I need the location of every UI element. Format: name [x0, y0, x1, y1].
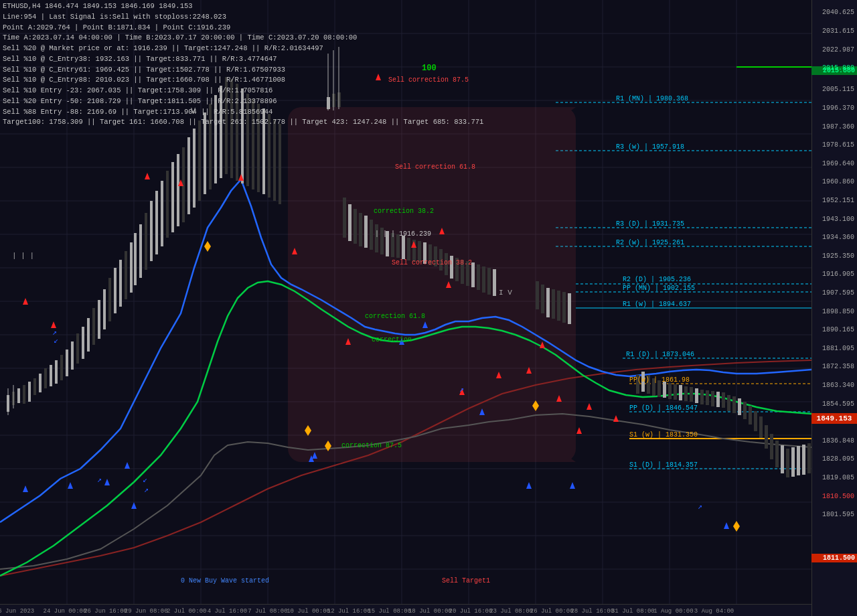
- label-pp-mn: PP (MN) | 1902.155: [623, 285, 695, 292]
- label-corr-61: correction 61.8: [365, 313, 425, 320]
- time-tick: 24 Jun 00:00: [44, 608, 87, 615]
- label-corr-875: correction 87.5: [341, 442, 402, 449]
- svg-rect-55: [125, 251, 127, 299]
- price-tick: 1898.850: [822, 307, 854, 315]
- svg-marker-196: [733, 521, 740, 532]
- svg-marker-190: [570, 482, 575, 489]
- svg-rect-102: [402, 236, 405, 259]
- price-tick: 1854.595: [822, 400, 854, 407]
- time-tick: 18 Jul 00:00: [408, 608, 452, 615]
- time-tick: 4 Jul 16:00: [208, 608, 247, 615]
- svg-rect-135: [679, 385, 682, 400]
- svg-rect-116: [477, 264, 480, 290]
- svg-rect-67: [187, 137, 190, 214]
- svg-text:↗: ↗: [97, 475, 102, 485]
- svg-rect-97: [375, 224, 378, 252]
- header-line3: Time A:2023.07.14 04:00:00 | Time B:2023…: [3, 33, 483, 44]
- header-line1: Line:954 | Last Signal is:Sell with stop…: [3, 12, 483, 23]
- time-tick: 2 Jul 00:00: [167, 608, 206, 615]
- header-line7: Sell %10 @ C_Entry88: 2010.023 || Target…: [3, 75, 483, 86]
- svg-marker-181: [104, 479, 110, 485]
- time-tick: 3 Aug 04:00: [694, 608, 734, 615]
- svg-text:↗: ↗: [459, 385, 464, 394]
- label-corr-382: correction 38.2: [374, 208, 434, 215]
- svg-rect-122: [546, 288, 550, 317]
- svg-rect-47: [82, 327, 84, 359]
- svg-rect-54: [119, 260, 122, 307]
- svg-rect-59: [145, 213, 147, 270]
- svg-rect-146: [738, 398, 741, 415]
- svg-rect-144: [727, 395, 730, 411]
- svg-rect-49: [92, 308, 95, 345]
- svg-rect-117: [482, 266, 485, 293]
- svg-rect-60: [150, 201, 153, 261]
- svg-rect-136: [684, 386, 688, 401]
- price-tick: 1943.100: [822, 215, 854, 222]
- price-tick: 1952.151: [822, 197, 854, 204]
- label-sell-target: Sell Target1: [442, 577, 490, 585]
- svg-rect-95: [364, 216, 368, 248]
- svg-rect-57: [134, 233, 137, 285]
- price-tick: 1890.165: [822, 326, 854, 333]
- svg-rect-96: [370, 220, 373, 250]
- label-r3-w: R3 (w) | 1957.918: [616, 143, 684, 151]
- price-tick: 1872.358: [822, 363, 854, 370]
- price-tick: 1987.360: [822, 123, 854, 130]
- price-tick: 2015.880: [822, 64, 854, 72]
- svg-rect-157: [797, 446, 800, 475]
- time-tick: 31 Jul 08:00: [611, 608, 655, 615]
- svg-rect-138: [695, 388, 698, 403]
- svg-rect-58: [139, 224, 142, 278]
- svg-rect-45: [71, 341, 74, 370]
- label-correction: correction: [372, 336, 412, 343]
- header-line8: Sell %10 Entry -23: 2067.035 || Target:1…: [3, 86, 483, 96]
- price-tick: 2040.625: [822, 9, 854, 16]
- svg-rect-151: [765, 425, 768, 449]
- svg-rect-143: [722, 392, 725, 408]
- label-r2-w: R2 (w) | 1925.261: [616, 239, 684, 246]
- svg-rect-46: [76, 333, 79, 364]
- svg-rect-83: [273, 119, 276, 201]
- price-tick: 1881.095: [822, 344, 854, 352]
- label-r1-d: R1 (D) | 1873.046: [626, 351, 694, 358]
- svg-rect-56: [130, 242, 133, 293]
- time-tick: 6 Jun 2023: [0, 608, 34, 615]
- header-line9: Sell %20 Entry -50: 2108.729 || Target:1…: [3, 96, 483, 107]
- svg-rect-37: [28, 382, 31, 402]
- svg-text:↗: ↗: [144, 485, 149, 495]
- svg-rect-150: [759, 416, 763, 438]
- time-tick: 7 Jul 08:00: [248, 608, 287, 615]
- label-r1-mn: R1 (MN) | 1980.368: [616, 95, 688, 102]
- label-r2-d: R2 (D) | 1905.236: [623, 276, 691, 283]
- svg-marker-183: [131, 502, 137, 509]
- svg-rect-93: [354, 209, 357, 244]
- price-tick: 2022.987: [822, 46, 854, 53]
- svg-marker-161: [51, 321, 56, 328]
- time-tick: 28 Jul 16:00: [570, 608, 614, 615]
- price-tick: 1925.350: [822, 252, 854, 259]
- label-1916: | | | 1916.239: [375, 230, 431, 238]
- svg-marker-189: [526, 482, 532, 489]
- time-tick: 26 Jun 16:00: [84, 608, 127, 615]
- price-tick: 1996.370: [822, 104, 854, 112]
- price-tick: 1907.595: [822, 289, 854, 297]
- svg-rect-141: [711, 391, 714, 406]
- svg-marker-180: [68, 482, 73, 489]
- time-tick: 1 Aug 00:00: [653, 608, 693, 615]
- svg-rect-134: [674, 384, 677, 400]
- price-tick: 1960.860: [822, 178, 854, 185]
- price-tick: 1836.848: [822, 437, 854, 444]
- svg-rect-118: [487, 268, 491, 295]
- header-line4: Sell %20 @ Market price or at: 1916.239 …: [3, 44, 483, 54]
- svg-rect-101: [396, 234, 400, 258]
- label-r3-d: R3 (D) | 1931.735: [616, 220, 684, 228]
- svg-rect-120: [536, 281, 539, 309]
- price-tick: 1801.595: [822, 511, 854, 518]
- label-s1-w: S1 (w) | 1831.350: [629, 431, 698, 439]
- svg-rect-50: [98, 300, 100, 339]
- svg-rect-133: [668, 383, 672, 399]
- price-tick: 1969.640: [822, 159, 854, 167]
- svg-text:↗: ↗: [698, 502, 702, 512]
- price-tick: 1934.360: [822, 234, 854, 241]
- svg-rect-65: [177, 154, 179, 226]
